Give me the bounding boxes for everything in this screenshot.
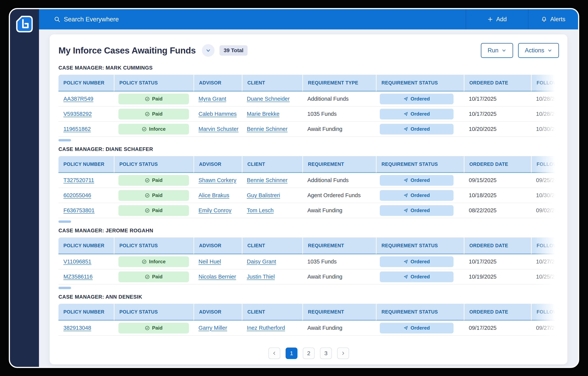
policy-number-link[interactable]: F636753801 bbox=[63, 207, 94, 213]
requirement-status-badge: Ordered bbox=[380, 256, 453, 267]
policy-status-cell: Inforce bbox=[114, 254, 193, 269]
policy-number-link[interactable]: V59358292 bbox=[63, 111, 92, 117]
cases-table: POLICY NUMBERPOLICY STATUSADVISORCLIENTR… bbox=[58, 238, 559, 284]
advisor-link[interactable]: Emily Conroy bbox=[199, 207, 231, 213]
advisor-link[interactable]: Caleb Hammes bbox=[199, 111, 237, 117]
advisor-link[interactable]: Garry Miller bbox=[199, 325, 227, 331]
policy-number-link[interactable]: AA387R549 bbox=[63, 96, 93, 102]
send-icon bbox=[403, 178, 408, 183]
pagination-prev-button[interactable] bbox=[268, 347, 280, 359]
table-row: AA387R549PaidMyra GrantDuane SchneiderAd… bbox=[58, 92, 559, 107]
title-dropdown-button[interactable] bbox=[202, 44, 215, 57]
requirement-status-cell: Ordered bbox=[376, 173, 464, 188]
global-search[interactable]: Search Everywhere bbox=[39, 16, 466, 23]
brand-logo-icon bbox=[15, 15, 34, 33]
requirement-cell: Agent Ordered Funds bbox=[302, 188, 376, 203]
client-link[interactable]: Tom Lesch bbox=[247, 207, 273, 213]
app-logo[interactable] bbox=[15, 15, 34, 33]
column-header: CLIENT bbox=[242, 304, 302, 321]
chevron-down-icon bbox=[547, 48, 552, 53]
total-count-badge: 39 Total bbox=[220, 45, 248, 56]
advisor-link[interactable]: Myra Grant bbox=[199, 96, 226, 102]
client-link[interactable]: Duane Schneider bbox=[247, 96, 290, 102]
check-circle-icon bbox=[142, 127, 147, 132]
follow-up-date-cell: 10/25/2025 bbox=[531, 269, 559, 284]
requirement-status-cell: Ordered bbox=[376, 254, 464, 269]
check-circle-icon bbox=[145, 112, 150, 116]
policy-status-label: Paid bbox=[152, 177, 163, 183]
column-header: ORDERED DATE bbox=[464, 304, 531, 321]
pagination-next-button[interactable] bbox=[337, 347, 349, 359]
horizontal-scrollbar-track bbox=[58, 287, 559, 289]
advisor-link[interactable]: Neil Huel bbox=[199, 259, 221, 265]
policy-number-link[interactable]: 602055046 bbox=[63, 192, 91, 198]
column-header: REQUIREMENT STATUS bbox=[376, 75, 464, 92]
requirement-status-cell: Ordered bbox=[376, 92, 464, 107]
send-icon bbox=[403, 259, 408, 264]
policy-number-link[interactable]: 382913048 bbox=[63, 325, 91, 331]
column-header: FOLLOW-UP DATE bbox=[531, 156, 559, 173]
check-circle-icon bbox=[145, 178, 150, 183]
column-header: ORDERED DATE bbox=[464, 238, 531, 254]
advisor-link[interactable]: Marvin Schuster bbox=[199, 126, 239, 132]
pagination-page-button[interactable]: 1 bbox=[286, 347, 297, 359]
table-row: V59358292PaidCaleb HammesMarie Brekke103… bbox=[58, 107, 559, 122]
requirement-status-label: Ordered bbox=[410, 208, 430, 213]
horizontal-scrollbar-track bbox=[58, 139, 559, 141]
column-header: ADVISOR bbox=[193, 238, 242, 254]
column-header: ADVISOR bbox=[193, 304, 242, 321]
alerts-button[interactable]: Alerts bbox=[528, 9, 578, 30]
column-header: REQUIREMENT STATUS bbox=[376, 238, 464, 254]
client-link[interactable]: Inez Rutherford bbox=[247, 325, 285, 331]
client-link[interactable]: Marie Brekke bbox=[247, 111, 280, 117]
policy-number-cell: V59358292 bbox=[58, 107, 114, 122]
client-link[interactable]: Daisy Grant bbox=[247, 259, 276, 265]
cases-table-wrapper: POLICY NUMBERPOLICY STATUSADVISORCLIENTR… bbox=[58, 304, 559, 336]
client-link[interactable]: Bennie Schinner bbox=[247, 177, 287, 183]
policy-status-cell: Paid bbox=[114, 173, 193, 188]
column-header: POLICY NUMBER bbox=[58, 304, 114, 321]
pagination-page-button[interactable]: 2 bbox=[303, 347, 315, 359]
ordered-date-cell: 10/20/2025 bbox=[464, 122, 531, 137]
advisor-link[interactable]: Nicolas Bernier bbox=[199, 274, 236, 280]
check-circle-icon bbox=[145, 274, 150, 279]
horizontal-scrollbar-thumb[interactable] bbox=[58, 220, 71, 223]
column-header: CLIENT bbox=[242, 156, 302, 173]
check-circle-icon bbox=[142, 259, 147, 264]
policy-number-link[interactable]: MZ3586116 bbox=[63, 274, 93, 280]
follow-up-date-cell: 10/28/2025 bbox=[531, 92, 559, 107]
run-label: Run bbox=[487, 47, 498, 54]
policy-number-link[interactable]: T327520711 bbox=[63, 177, 94, 183]
requirement-cell: 1035 Funds bbox=[302, 254, 376, 269]
horizontal-scrollbar-thumb[interactable] bbox=[58, 139, 71, 141]
run-button[interactable]: Run bbox=[481, 43, 513, 58]
send-icon bbox=[403, 112, 408, 116]
policy-status-badge: Paid bbox=[118, 205, 189, 216]
pagination-page-button[interactable]: 3 bbox=[320, 347, 332, 359]
advisor-cell: Shawn Corkery bbox=[193, 173, 242, 188]
add-button[interactable]: Add bbox=[466, 9, 528, 30]
policy-status-label: Paid bbox=[152, 111, 163, 117]
policy-number-link[interactable]: 119651862 bbox=[63, 126, 91, 132]
client-link[interactable]: Guy Balistreri bbox=[247, 192, 280, 198]
advisor-link[interactable]: Alice Brakus bbox=[199, 192, 229, 198]
policy-status-label: Inforce bbox=[149, 259, 166, 265]
column-header: POLICY STATUS bbox=[114, 238, 193, 254]
client-link[interactable]: Justin Thiel bbox=[247, 274, 275, 280]
table-header-row: POLICY NUMBERPOLICY STATUSADVISORCLIENTR… bbox=[58, 238, 559, 254]
table-row: T327520711PaidShawn CorkeryBennie Schinn… bbox=[58, 173, 559, 188]
policy-number-cell: 119651862 bbox=[58, 122, 114, 137]
actions-button[interactable]: Actions bbox=[518, 43, 559, 58]
policy-status-cell: Paid bbox=[114, 321, 193, 336]
case-manager-sections: CASE MANAGER: MARK CUMMINGSPOLICY NUMBER… bbox=[58, 65, 559, 340]
horizontal-scrollbar-track bbox=[58, 338, 559, 340]
horizontal-scrollbar-thumb[interactable] bbox=[58, 287, 71, 289]
policy-status-badge: Paid bbox=[118, 323, 189, 333]
client-link[interactable]: Bennie Schinner bbox=[247, 126, 287, 132]
requirement-cell: Await Funding bbox=[302, 203, 376, 218]
advisor-link[interactable]: Shawn Corkery bbox=[199, 177, 236, 183]
column-header: REQUIREMENT STATUS bbox=[376, 304, 464, 321]
policy-number-cell: AA387R549 bbox=[58, 92, 114, 107]
check-circle-icon bbox=[145, 208, 150, 213]
policy-number-link[interactable]: V11096851 bbox=[63, 259, 91, 265]
